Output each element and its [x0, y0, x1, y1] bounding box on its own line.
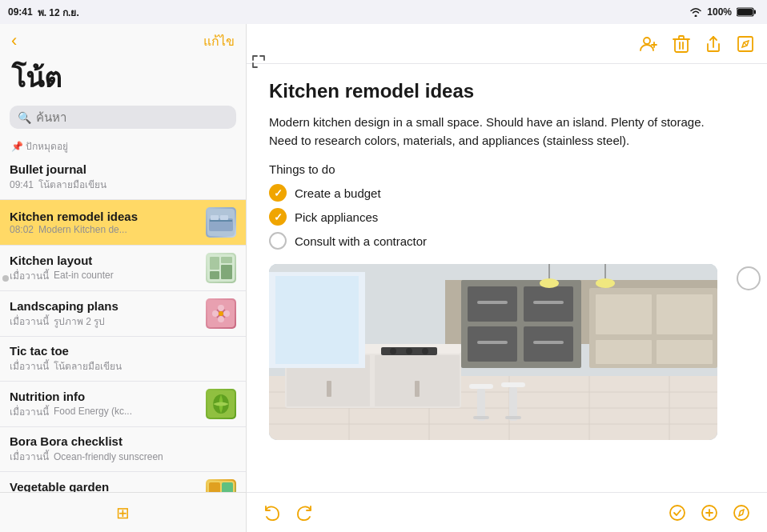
trash-icon[interactable] [673, 34, 690, 54]
note-item-landscaping[interactable]: Landscaping plans เมื่อวานนี้ รูปภาพ 2 ร… [0, 291, 246, 337]
svg-rect-70 [473, 416, 489, 419]
svg-rect-11 [221, 257, 232, 263]
note-item-kitchen-layout[interactable]: Kitchen layout เมื่อวานนี้ Eat-in counte… [0, 246, 246, 291]
svg-rect-5 [211, 215, 219, 220]
note-thumbnail-grid [206, 479, 236, 492]
folder-icon[interactable]: ⊞ [116, 503, 130, 522]
svg-point-80 [670, 506, 685, 520]
svg-point-62 [406, 348, 412, 354]
note-item-vegetable-garden[interactable]: Vegetable garden เมื่อวานนี้ Start plant… [0, 472, 246, 492]
add-person-icon[interactable] [639, 34, 658, 54]
sidebar-title: โน้ต [0, 56, 246, 106]
svg-rect-48 [477, 341, 508, 344]
status-battery: 100% [707, 6, 732, 18]
checklist-label-contractor: Consult with a contractor [295, 234, 427, 248]
checklist-item-budget[interactable]: ✓ Create a budget [269, 184, 745, 202]
checkbox-appliances[interactable]: ✓ [269, 208, 287, 226]
back-button[interactable]: ‹ [11, 30, 17, 51]
note-item-bullet-journal[interactable]: Bullet journal 09:41 โน้ตลายมือเขียน [0, 155, 246, 200]
note-thumbnail-kitchen [206, 207, 236, 238]
svg-rect-53 [657, 294, 713, 334]
svg-rect-75 [275, 276, 359, 364]
notes-list: Bullet journal 09:41 โน้ตลายมือเขียน Kit… [0, 155, 246, 492]
search-bar[interactable]: 🔍 [10, 106, 236, 129]
note-item-bora-bora[interactable]: Bora Bora checklist เมื่อวานนี้ Ocean-fr… [0, 427, 246, 472]
svg-rect-9 [210, 257, 219, 270]
svg-point-15 [218, 305, 224, 311]
svg-rect-28 [675, 39, 688, 52]
svg-rect-10 [210, 271, 219, 279]
svg-point-19 [219, 311, 223, 316]
svg-point-61 [390, 348, 396, 354]
svg-point-77 [540, 278, 559, 288]
add-icon[interactable] [700, 503, 719, 522]
note-body-title: Kitchen remodel ideas [269, 80, 745, 102]
note-title: Bullet journal [10, 162, 236, 176]
svg-rect-52 [596, 294, 652, 334]
share-icon[interactable] [705, 34, 722, 54]
note-title: Bora Bora checklist [10, 434, 236, 448]
checkbox-contractor[interactable] [269, 232, 287, 250]
note-thumbnail-layout [206, 253, 236, 283]
sidebar-header: ‹ แก้ไข [0, 24, 246, 56]
note-thumbnail-food [206, 389, 236, 419]
compose-icon[interactable] [737, 35, 754, 53]
svg-rect-1 [754, 10, 757, 14]
svg-rect-67 [415, 381, 420, 397]
redo-icon[interactable] [295, 503, 314, 522]
note-description: Modern kitchen design in a small space. … [269, 114, 745, 150]
svg-point-18 [223, 310, 230, 317]
svg-rect-7 [210, 220, 232, 222]
svg-rect-24 [222, 482, 233, 492]
checklist-item-appliances[interactable]: ✓ Pick appliances [269, 208, 745, 226]
compose-bottom-icon[interactable] [732, 503, 751, 522]
note-title: Tic tac toe [10, 344, 236, 358]
note-item-tictactoe[interactable]: Tic tac toe เมื่อวานนี้ โน้ตลายมือเขียน [0, 337, 246, 382]
search-input[interactable] [36, 110, 228, 124]
device-left-dot [2, 275, 9, 282]
checklist-label-appliances: Pick appliances [295, 210, 378, 224]
svg-rect-72 [509, 387, 517, 421]
svg-rect-2 [737, 9, 753, 15]
svg-rect-68 [469, 384, 493, 389]
main-header [247, 24, 767, 64]
main-content: Kitchen remodel ideas Modern kitchen des… [247, 24, 767, 532]
note-title: Landscaping plans [10, 299, 199, 313]
checkmark-icon[interactable] [668, 503, 687, 522]
bottom-toolbar [247, 492, 767, 532]
status-bar: 09:41 พ. 12 ก.ย. 100% [0, 0, 767, 24]
note-item-nutrition[interactable]: Nutrition info เมื่อวานนี้ Food Energy (… [0, 382, 246, 427]
svg-point-79 [596, 278, 615, 288]
svg-rect-71 [501, 382, 525, 387]
checklist-item-contractor[interactable]: Consult with a contractor [269, 232, 745, 250]
checkbox-budget[interactable]: ✓ [269, 184, 287, 202]
svg-rect-73 [505, 416, 521, 419]
svg-point-17 [212, 310, 219, 317]
svg-rect-12 [221, 265, 232, 279]
note-item-kitchen-remodel[interactable]: Kitchen remodel ideas 08:02 Modern Kitch… [0, 200, 246, 246]
svg-point-27 [644, 38, 650, 44]
status-date: พ. 12 ก.ย. [38, 5, 79, 20]
kitchen-image [269, 264, 717, 440]
svg-point-63 [422, 348, 428, 354]
svg-rect-66 [327, 381, 331, 397]
edit-button[interactable]: แก้ไข [203, 31, 235, 51]
note-title: Kitchen remodel ideas [10, 210, 199, 223]
note-title: Nutrition info [10, 390, 199, 403]
svg-rect-54 [596, 340, 652, 364]
svg-rect-50 [533, 341, 564, 344]
svg-point-82 [734, 506, 749, 520]
things-to-do-label: Things to do [269, 162, 745, 176]
note-title: Vegetable garden [10, 480, 199, 493]
undo-icon[interactable] [263, 503, 282, 522]
search-icon: 🔍 [18, 111, 31, 124]
svg-rect-55 [657, 340, 713, 364]
svg-rect-23 [209, 482, 220, 492]
home-button[interactable] [737, 266, 761, 290]
checklist-label-budget: Create a budget [295, 186, 381, 200]
svg-point-16 [218, 316, 224, 322]
status-time: 09:41 [8, 6, 33, 18]
bottom-left-tools [263, 503, 314, 522]
svg-rect-6 [220, 215, 228, 220]
expand-icon[interactable] [251, 64, 266, 71]
